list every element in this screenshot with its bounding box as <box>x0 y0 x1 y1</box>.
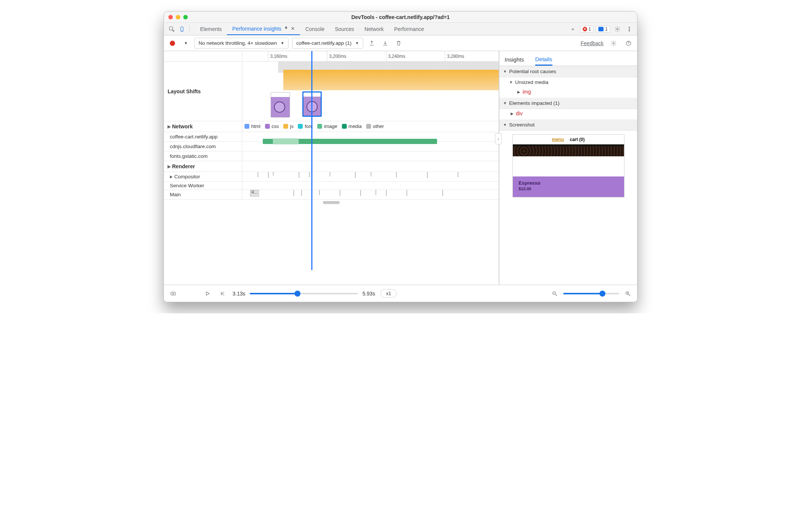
compositor-row[interactable]: ▶Compositor <box>164 172 499 182</box>
error-badge[interactable]: ✕ 1 <box>580 26 594 32</box>
panel-settings-icon[interactable] <box>609 38 618 48</box>
network-header[interactable]: ▶Network <box>164 121 242 132</box>
tab-sources[interactable]: Sources <box>330 23 359 35</box>
import-icon[interactable] <box>380 38 390 48</box>
section-label: Renderer <box>172 163 195 169</box>
more-tabs-button[interactable]: » <box>568 24 578 34</box>
elements-impacted-header[interactable]: ▼Elements impacted (1) <box>499 98 637 109</box>
playhead[interactable] <box>311 51 312 270</box>
preview-hero-image <box>513 146 624 156</box>
tab-insights-detail[interactable]: Insights <box>505 56 524 66</box>
start-time-label: 3.13s <box>233 291 245 297</box>
unsized-media-item[interactable]: ▼Unsized media <box>499 77 637 87</box>
tabs-right-group: » ✕ 1 1 <box>568 24 634 34</box>
throttling-dropdown[interactable]: No network throttling, 4× slowdown ▼ <box>194 38 289 49</box>
layout-shifts-body[interactable] <box>242 62 499 121</box>
record-options-dropdown[interactable]: ▼ <box>181 38 191 48</box>
svg-point-3 <box>617 28 618 30</box>
record-icon <box>170 41 175 46</box>
legend-js: js <box>290 123 293 129</box>
legend-html: html <box>251 123 261 129</box>
main-thread-row[interactable]: Main R... <box>164 190 499 200</box>
kebab-menu-icon[interactable] <box>624 24 634 34</box>
main-tabs-row: Elements Performance insights ✕ Console … <box>164 23 637 35</box>
renderer-header[interactable]: ▶Renderer <box>164 161 242 172</box>
tab-console[interactable]: Console <box>300 23 330 35</box>
horizontal-scrollbar[interactable] <box>323 201 340 204</box>
tab-details-detail[interactable]: Details <box>535 56 552 66</box>
device-toolbar-icon[interactable] <box>177 24 187 34</box>
main-ticks: R... <box>242 190 499 198</box>
zoom-controls <box>550 289 633 298</box>
speed-pill[interactable]: x1 <box>380 289 397 298</box>
record-button[interactable] <box>168 38 177 48</box>
root-causes-header[interactable]: ▼Potential root causes <box>499 66 637 77</box>
time-ruler[interactable]: 3,160ms 3,200ms 3,240ms 3,280ms <box>164 51 499 62</box>
feedback-link[interactable]: Feedback <box>581 40 604 46</box>
zoom-knob[interactable] <box>599 291 605 297</box>
img-element-item[interactable]: ▶img <box>499 87 637 98</box>
collapse-right-pane-button[interactable]: › <box>495 133 502 144</box>
main-area: 3,160ms 3,200ms 3,240ms 3,280ms Layout S… <box>164 51 637 285</box>
settings-icon[interactable] <box>613 24 622 34</box>
go-to-start-button[interactable] <box>218 289 227 298</box>
tab-elements[interactable]: Elements <box>195 23 227 35</box>
error-count: 1 <box>589 26 591 32</box>
export-icon[interactable] <box>367 38 377 48</box>
close-window-button[interactable] <box>168 15 173 19</box>
minimize-window-button[interactable] <box>176 15 180 19</box>
net-bar-light <box>273 138 299 144</box>
preview-product-price: $10.00 <box>519 187 618 191</box>
help-icon[interactable] <box>624 38 633 48</box>
delete-icon[interactable] <box>394 38 403 48</box>
legend-media: media <box>349 123 362 129</box>
svg-point-10 <box>172 293 174 294</box>
tab-performance-insights[interactable]: Performance insights ✕ <box>227 23 300 35</box>
preview-product-name: Espresso <box>519 180 618 186</box>
maximize-window-button[interactable] <box>183 15 188 19</box>
message-badge[interactable]: 1 <box>596 26 610 32</box>
div-element-item[interactable]: ▶div <box>499 109 637 119</box>
error-icon: ✕ <box>583 27 587 31</box>
service-worker-row[interactable]: Service Worker <box>164 182 499 190</box>
details-tabs: Insights Details <box>499 51 637 66</box>
page-select-dropdown[interactable]: coffee-cart.netlify.app (1) ▼ <box>292 38 363 49</box>
insights-toolbar: ▼ No network throttling, 4× slowdown ▼ c… <box>164 35 637 51</box>
play-button[interactable] <box>203 289 212 298</box>
inspect-element-icon[interactable] <box>167 24 177 34</box>
network-row-0[interactable]: coffee-cart.netlify.app <box>164 132 499 142</box>
tab-label: Performance insights <box>232 26 281 32</box>
slider-knob[interactable] <box>294 291 300 297</box>
timeline-pane: 3,160ms 3,200ms 3,240ms 3,280ms Layout S… <box>164 51 499 285</box>
zoom-fill <box>563 293 602 294</box>
close-tab-icon[interactable]: ✕ <box>291 26 295 31</box>
screenshot-header[interactable]: ▼Screenshot <box>499 119 637 131</box>
element-tag: img <box>523 89 531 95</box>
layout-shifts-row: Layout Shifts <box>164 62 499 121</box>
bottom-bar: 3.13s 5.93s x1 <box>164 285 637 302</box>
traffic-lights <box>164 15 188 19</box>
main-task-block: R... <box>250 190 259 197</box>
time-range: 3.13s 5.93s <box>233 291 375 297</box>
network-section: ▶Network html css js font image media ot… <box>164 121 499 132</box>
tick-label: 3,240ms <box>388 54 405 59</box>
throttling-value: No network throttling, 4× slowdown <box>199 40 277 46</box>
panel-tabs: Elements Performance insights ✕ Console … <box>195 23 429 35</box>
end-time-label: 5.93s <box>362 291 375 297</box>
zoom-out-icon[interactable] <box>550 289 560 298</box>
network-host-0: coffee-cart.netlify.app <box>164 132 242 141</box>
section-label: Elements impacted (1) <box>509 100 560 106</box>
cls-band <box>283 70 499 90</box>
layout-shifts-header: Layout Shifts <box>164 62 242 121</box>
network-row-2[interactable]: fonts.gstatic.com <box>164 151 499 161</box>
preview-nav: menu cart (0) <box>513 135 624 144</box>
zoom-slider[interactable] <box>563 293 619 294</box>
tick-label: 3,160ms <box>270 54 287 59</box>
toggle-screenshots-icon[interactable] <box>168 289 178 298</box>
tab-network[interactable]: Network <box>359 23 389 35</box>
zoom-in-icon[interactable] <box>623 289 633 298</box>
tab-performance[interactable]: Performance <box>389 23 429 35</box>
legend-other: other <box>373 123 384 129</box>
shift-thumb-1[interactable] <box>271 92 290 118</box>
time-slider[interactable] <box>250 293 358 294</box>
